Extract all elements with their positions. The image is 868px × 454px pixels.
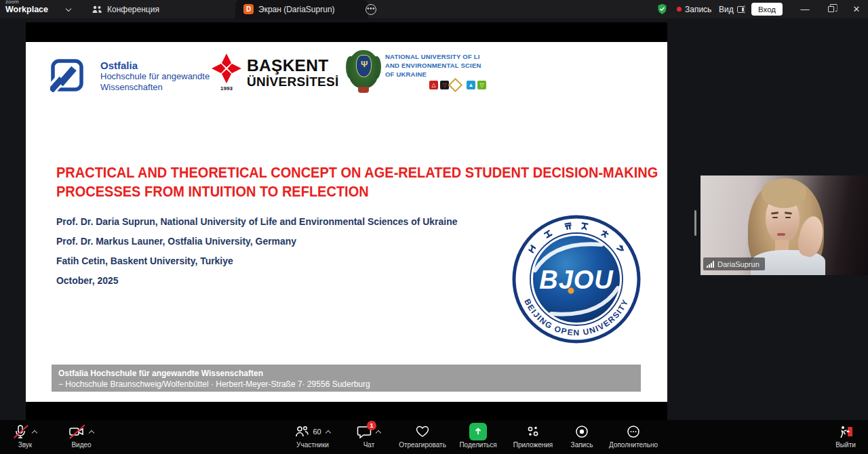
more-label: Дополнительно: [599, 441, 667, 449]
leave-icon: [837, 425, 854, 438]
view-control[interactable]: Вид: [719, 0, 745, 18]
portrait-lips: [777, 233, 785, 236]
meeting-toolbar: Звук Видео 60 Участники 1 Чат: [0, 420, 868, 454]
participants-icon: [294, 425, 309, 438]
ostfalia-line1: Hochschule für angewandte: [100, 71, 210, 82]
minimize-button[interactable]: —: [795, 0, 815, 18]
nubip-crest-base: [358, 87, 369, 93]
tab-more-icon[interactable]: •••: [366, 4, 376, 15]
author-line4: October, 2025: [56, 270, 457, 290]
ostfalia-logo-text: Ostfalia Hochschule für angewandte Wisse…: [100, 60, 210, 93]
maximize-button[interactable]: [821, 0, 841, 18]
author-line2: Prof. Dr. Markus Launer, Ostfalia Univer…: [56, 231, 457, 251]
faculty-icon-diamond: [448, 78, 462, 92]
portrait-eye-left: [772, 217, 778, 218]
participants-count: 60: [313, 428, 321, 436]
footer-line1: Ostfalia Hochschule für angewandte Wisse…: [58, 368, 641, 379]
slide-title-line2: PROCESSES FROM INTUITION TO REFLECTION: [56, 184, 369, 200]
chevron-down-icon[interactable]: [66, 6, 71, 12]
baskent-line2: ÜNİVERSİTESİ: [247, 75, 339, 89]
video-button[interactable]: Видео: [47, 423, 115, 449]
portrait-eye-right: [785, 217, 791, 218]
participant-video[interactable]: DariaSuprun: [701, 176, 868, 275]
baskent-line1: BAŞKENT: [247, 57, 339, 75]
zoom-workplace-logo[interactable]: zoom Workplace: [5, 0, 48, 14]
author-line1: Prof. Dr. Daria Suprun, National Univers…: [56, 211, 457, 231]
people-icon: [92, 5, 102, 14]
baskent-year: 1993: [210, 85, 243, 91]
scrollbar[interactable]: [694, 210, 696, 236]
more-button[interactable]: Дополнительно: [599, 423, 667, 449]
slide-title: PRACTICAL AND THEORETICAL CONCEPT ON AGE…: [56, 164, 624, 201]
login-button[interactable]: Вход: [751, 3, 783, 16]
nubip-trident-icon: Ψ: [361, 58, 366, 70]
slide-authors: Prof. Dr. Daria Suprun, National Univers…: [56, 211, 457, 290]
slide-footer-bar: Ostfalia Hochschule für angewandte Wisse…: [52, 365, 641, 392]
ellipsis-dots: •••: [367, 5, 375, 12]
signal-bars-icon: [707, 261, 714, 268]
nubip-logo-text: NATIONAL UNIVERSITY OF LI AND ENVIRONMEN…: [385, 52, 494, 79]
ostfalia-logo-icon: [50, 58, 84, 92]
share-screen-icon: [469, 423, 487, 440]
record-icon: [575, 425, 589, 438]
bjou-orange-dot: [568, 288, 574, 294]
more-icon: [627, 425, 640, 438]
video-label: Видео: [47, 441, 115, 449]
faculty-icon-green: ▽: [477, 81, 486, 89]
participant-name-label: DariaSuprun: [703, 257, 765, 270]
view-label: Вид: [719, 5, 734, 14]
baskent-logo-text: BAŞKENT ÜNİVERSİTESİ: [247, 57, 339, 89]
chat-chevron[interactable]: [376, 429, 381, 434]
leave-label: Выйти: [812, 441, 868, 449]
nubip-line2: AND ENVIRONMENTAL SCIEN: [385, 61, 494, 70]
tab-screen-label: Экран (DariaSuprun): [258, 5, 335, 14]
ostfalia-name: Ostfalia: [100, 60, 210, 71]
audio-options-chevron[interactable]: [32, 429, 37, 434]
titlebar-separator: [745, 5, 745, 14]
tab-conference[interactable]: Конференция: [92, 0, 159, 18]
nubip-emblem-icon: Ψ: [346, 49, 381, 94]
presentation-slide: Ostfalia Hochschule für angewandte Wisse…: [26, 42, 667, 402]
portrait-hair-front: [762, 180, 806, 208]
ostfalia-line2: Wissenschaften: [100, 82, 210, 93]
chat-badge: 1: [367, 421, 376, 430]
recording-indicator[interactable]: Запись: [677, 0, 711, 18]
faculty-icon-blue: ▲: [467, 81, 475, 89]
nubip-faculty-icons: △ ▽ ▲ ▽: [429, 79, 497, 92]
bjou-acronym: BJOU: [539, 266, 614, 294]
participants-chevron[interactable]: [326, 429, 331, 434]
zoom-label: zoom: [5, 0, 48, 5]
faculty-icon-red: △: [429, 81, 438, 89]
tab-conference-label: Конференция: [107, 5, 159, 14]
author-line3: Fatih Cetin, Baskent University, Turkiye: [56, 251, 457, 270]
baskent-logo-icon: [210, 52, 243, 85]
nubip-line1: NATIONAL UNIVERSITY OF LI: [385, 52, 494, 61]
footer-line2: − Hochschule Braunschweig/Wolfenbüttel ·…: [58, 379, 641, 390]
participant-name: DariaSuprun: [717, 260, 760, 268]
leave-button[interactable]: Выйти: [812, 423, 868, 449]
slide-title-line1: PRACTICAL AND THEORETICAL CONCEPT ON AGE…: [56, 165, 658, 181]
nubip-line3: OF UKRAINE: [385, 70, 494, 79]
workplace-label: Workplace: [5, 5, 48, 14]
close-button[interactable]: ✕: [846, 0, 867, 18]
heart-icon: [415, 425, 430, 438]
apps-icon: [526, 425, 540, 438]
bjou-logo-icon: BJOU BEIJING OPEN UNIVERSITY: [512, 215, 641, 344]
screen-share-badge: D: [243, 4, 254, 14]
security-shield-icon[interactable]: [656, 3, 668, 15]
recording-dot-icon: [677, 7, 682, 12]
view-layout-icon: [737, 6, 745, 13]
video-options-chevron[interactable]: [89, 429, 94, 434]
titlebar: zoom Workplace Конференция D Экран (Dari…: [0, 0, 868, 18]
restore-icon: [828, 6, 834, 12]
recording-label: Запись: [685, 5, 711, 14]
tab-screen-share[interactable]: D Экран (DariaSuprun): [235, 0, 368, 18]
